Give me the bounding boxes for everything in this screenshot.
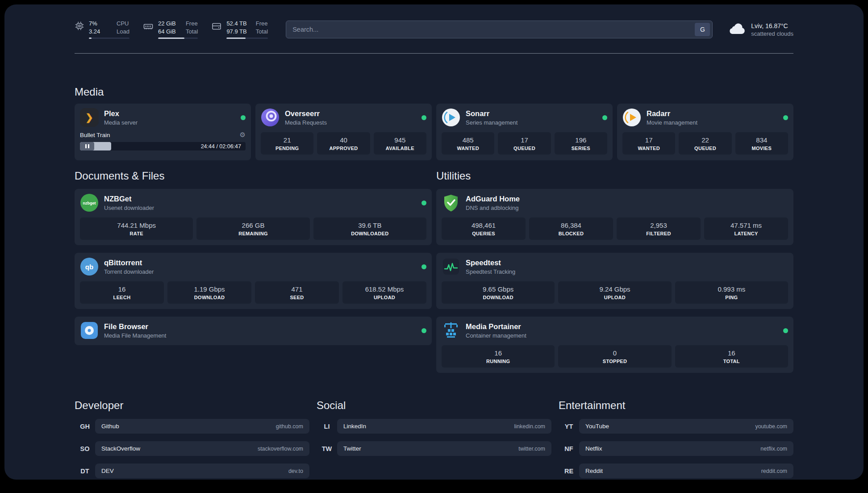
stat-queued: 17 QUEUED (498, 132, 551, 155)
search-bar: G (286, 21, 713, 38)
section-title-social: Social (317, 399, 551, 412)
disk-widget: 52.4 TB 97.9 TB Free Total (211, 20, 268, 39)
section-title-utilities: Utilities (436, 170, 793, 182)
bookmark-abbr: RE (559, 468, 579, 475)
service-name: Sonarr (466, 109, 517, 118)
stat-pending: 21 PENDING (261, 132, 313, 155)
stat-label: LATENCY (706, 231, 786, 236)
stat-label: SERIES (556, 146, 605, 151)
pause-icon[interactable] (80, 142, 94, 150)
stat-value: 16 (82, 285, 162, 293)
filebrowser-card[interactable]: File Browser Media File Management (75, 317, 432, 345)
adguard-icon (442, 193, 460, 212)
stat-value: 39.6 TB (315, 221, 425, 229)
bookmark-netflix[interactable]: NF Netflix netflix.com (559, 441, 793, 456)
overseerr-card[interactable]: Overseerr Media Requests 21 PENDING 40 A… (255, 104, 432, 160)
top-bar: 7% 3.24 CPU Load (75, 20, 793, 39)
stat-label: FILTERED (618, 231, 699, 236)
stat-seed: 471 SEED (255, 281, 339, 304)
stat-value: 2,953 (618, 221, 699, 229)
stat-available: 945 AVAILABLE (374, 132, 426, 155)
disk-icon (211, 21, 222, 32)
stat-label: UPLOAD (344, 295, 425, 300)
bookmark-stackoverflow[interactable]: SO StackOverflow stackoverflow.com (75, 441, 309, 456)
bookmark-name: Twitter (343, 445, 361, 452)
service-name: Media Portainer (466, 322, 526, 331)
stat-value: 86,384 (531, 221, 611, 229)
bookmark-linkedin[interactable]: LI LinkedIn linkedin.com (317, 419, 551, 434)
filebrowser-icon (80, 321, 99, 340)
stat-total: 16 TOTAL (675, 345, 788, 368)
sonarr-icon (442, 108, 460, 127)
resource-widgets: 7% 3.24 CPU Load (75, 20, 268, 39)
portainer-card[interactable]: Media Portainer Container management 16 … (436, 317, 793, 373)
plex-card[interactable]: ❯ Plex Media server Bullet Train ⚙ 24:44… (75, 104, 251, 160)
stat-label: APPROVED (319, 146, 368, 151)
stat-movies: 834 MOVIES (735, 132, 788, 155)
stat-value: 40 (319, 136, 368, 144)
stat-queries: 498,461 QUERIES (442, 217, 526, 240)
bookmark-url: linkedin.com (514, 423, 545, 430)
radarr-card[interactable]: Radarr Movie management 17 WANTED 22 QUE… (617, 104, 793, 160)
section-title-developer: Developer (75, 399, 309, 412)
documents-column: Documents & Files nzbget (75, 170, 432, 373)
service-description: Torrent downloader (104, 268, 154, 275)
memory-free-label: Free (186, 20, 198, 28)
stat-series: 196 SERIES (555, 132, 607, 155)
memory-progress-fill (158, 38, 184, 39)
section-title-entertainment: Entertainment (559, 399, 793, 412)
bookmark-youtube[interactable]: YT YouTube youtube.com (559, 419, 793, 434)
service-name: AdGuard Home (466, 195, 520, 203)
bookmarks: Developer GH Github github.com SO StackO… (75, 399, 793, 480)
bookmark-github[interactable]: GH Github github.com (75, 419, 309, 434)
adguard-card[interactable]: AdGuard Home DNS and adblocking 498,461 … (436, 189, 793, 245)
status-dot (783, 328, 788, 333)
bookmark-url: stackoverflow.com (258, 446, 303, 452)
speedtest-icon (442, 257, 460, 276)
stat-wanted: 17 WANTED (622, 132, 675, 155)
stat-queued: 22 QUEUED (679, 132, 731, 155)
bookmark-dev[interactable]: DT DEV dev.to (75, 464, 309, 478)
stat-label: DOWNLOADED (315, 231, 425, 236)
search-provider-button[interactable]: G (695, 23, 710, 36)
bookmark-twitter[interactable]: TW Twitter twitter.com (317, 441, 551, 456)
service-description: DNS and adblocking (466, 205, 520, 211)
disk-total-value: 97.9 TB (226, 28, 246, 36)
bookmark-group-social: Social LI LinkedIn linkedin.com TW Twitt… (317, 399, 551, 464)
stat-label: UPLOAD (560, 295, 669, 300)
stat-label: STOPPED (560, 359, 669, 364)
stat-label: MOVIES (737, 146, 786, 151)
bookmark-name: YouTube (585, 423, 609, 430)
stat-value: 485 (443, 136, 492, 144)
stat-value: 834 (737, 136, 786, 144)
bookmark-reddit[interactable]: RE Reddit reddit.com (559, 464, 793, 478)
status-dot (783, 115, 788, 120)
weather-widget: Lviv, 16.87°C scattered clouds (728, 21, 793, 37)
section-title-documents: Documents & Files (75, 170, 432, 182)
portainer-icon (442, 321, 460, 340)
service-name: Speedtest (466, 259, 515, 267)
bookmark-url: youtube.com (755, 423, 787, 430)
stat-value: 22 (680, 136, 730, 144)
stat-label: DOWNLOAD (443, 295, 553, 300)
sonarr-card[interactable]: Sonarr Series management 485 WANTED 17 Q… (436, 104, 613, 160)
stat-label: WANTED (443, 146, 492, 151)
stat-label: DOWNLOAD (169, 295, 250, 300)
stat-label: QUEUED (500, 146, 549, 151)
bookmark-abbr: TW (317, 445, 337, 452)
nzbget-card[interactable]: nzbget NZBGet Usenet downloader 74 (75, 189, 432, 245)
stat-ping: 0.993 ms PING (675, 281, 788, 304)
cloud-icon (728, 22, 746, 37)
stat-value: 16 (677, 349, 786, 357)
stat-value: 498,461 (443, 221, 524, 229)
memory-progress-track (158, 38, 198, 39)
bookmark-url: github.com (276, 423, 303, 430)
stat-label: PENDING (263, 146, 312, 151)
bookmark-url: reddit.com (761, 468, 787, 474)
qbittorrent-card[interactable]: qb qBittorrent Torrent downloader (75, 253, 432, 309)
search-input[interactable] (292, 26, 695, 33)
gear-icon[interactable]: ⚙ (240, 131, 246, 139)
disk-free-label: Free (256, 20, 268, 28)
service-description: Media Requests (285, 119, 327, 126)
speedtest-card[interactable]: Speedtest Speedtest Tracking 9.65 Gbps D… (436, 253, 793, 309)
